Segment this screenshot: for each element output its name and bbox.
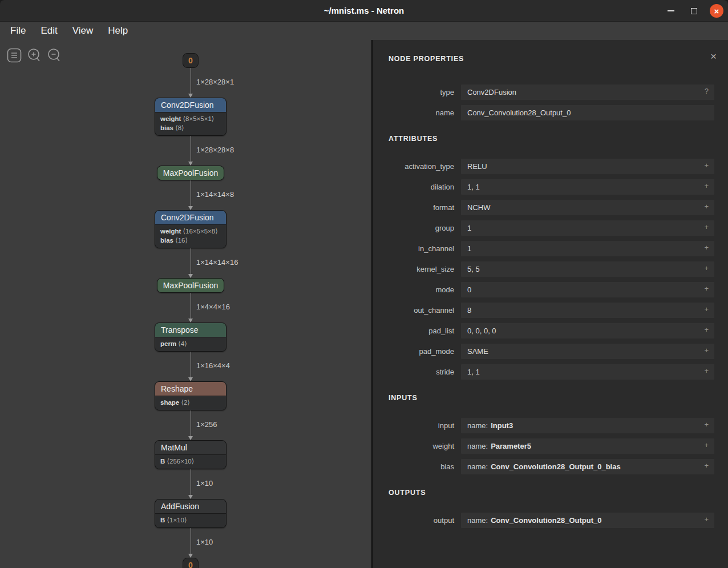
panel-row-name: nameConv_Convolution28_Output_0 <box>373 105 728 120</box>
property-label: weight <box>373 442 454 450</box>
attr-dims: ⟨8⟩ <box>173 124 184 131</box>
property-label: mode <box>373 285 454 294</box>
expand-icon[interactable]: + <box>704 202 709 211</box>
expand-icon[interactable]: + <box>704 243 709 252</box>
property-label: dilation <box>373 183 454 191</box>
zoom-in-icon <box>27 48 42 63</box>
menu-item-view[interactable]: View <box>67 24 99 38</box>
graph-canvas[interactable]: 01×28×28×1Conv2DFusionweight ⟨8×5×5×1⟩bi… <box>0 40 371 568</box>
panel-row-input: inputname:Input3+ <box>373 418 728 433</box>
property-value: Conv_Convolution28_Output_0_bias <box>491 462 621 471</box>
property-label: kernel_size <box>373 265 454 273</box>
edge-shape-label: 1×28×28×8 <box>196 146 234 154</box>
property-label: input <box>373 421 454 430</box>
attr-dims: ⟨4⟩ <box>176 340 187 347</box>
property-value-box: RELU+ <box>461 159 714 174</box>
property-label: type <box>373 88 454 96</box>
graph-toolbar <box>7 48 62 63</box>
edge-arrowhead-icon <box>188 436 193 440</box>
graph-node-conv2dfusion[interactable]: Conv2DFusionweight ⟨16×5×5×8⟩bias ⟨16⟩ <box>155 210 227 248</box>
menu-toggle-button[interactable] <box>7 48 22 63</box>
graph-edge: 1×4×4×16 <box>190 293 191 323</box>
panel-row-pad-mode: pad_modeSAME+ <box>373 344 728 359</box>
node-title: Conv2DFusion <box>155 211 226 224</box>
value-prefix: name: <box>467 462 488 471</box>
graph-edge: 1×10 <box>190 469 191 499</box>
node-attr-weight: weight ⟨8×5×5×1⟩ <box>155 114 226 123</box>
node-attributes: weight ⟨16×5×5×8⟩bias ⟨16⟩ <box>155 224 226 248</box>
attr-dims: ⟨1×10⟩ <box>165 517 187 523</box>
property-value: 1 <box>467 224 471 232</box>
graph-edge: 1×14×14×16 <box>190 248 191 278</box>
zoom-in-button[interactable] <box>27 48 42 63</box>
panel-row-bias: biasname:Conv_Convolution28_Output_0_bia… <box>373 459 728 474</box>
edge-shape-label: 1×14×14×16 <box>196 258 238 267</box>
graph-node-conv2dfusion[interactable]: Conv2DFusionweight ⟨8×5×5×1⟩bias ⟨8⟩ <box>155 98 227 136</box>
expand-icon[interactable]: + <box>704 366 709 375</box>
property-value-box: 1, 1+ <box>461 364 714 380</box>
expand-icon[interactable]: + <box>704 223 709 231</box>
graph-node-addfusion[interactable]: AddFusionB ⟨1×10⟩ <box>155 499 227 528</box>
expand-icon[interactable]: + <box>704 284 709 293</box>
property-value: Conv_Convolution28_Output_0 <box>491 516 601 525</box>
section-title-attributes: ATTRIBUTES <box>389 135 714 143</box>
graph-node-reshape[interactable]: Reshapeshape ⟨2⟩ <box>155 381 227 410</box>
edge-arrowhead-icon <box>188 94 193 98</box>
edge-arrowhead-icon <box>188 206 193 210</box>
menu-bar: FileEditViewHelp <box>0 22 728 40</box>
menu-icon <box>7 48 22 63</box>
expand-icon[interactable]: + <box>704 264 709 272</box>
edge-arrowhead-icon <box>188 319 193 323</box>
expand-icon[interactable]: + <box>704 161 709 170</box>
edge-line <box>191 528 191 554</box>
panel-row-output: outputname:Conv_Convolution28_Output_0+ <box>373 513 728 528</box>
node-title: Transpose <box>155 323 226 337</box>
menu-item-file[interactable]: File <box>5 24 31 38</box>
property-label: format <box>373 203 454 212</box>
node-properties-panel: NODE PROPERTIES × typeConv2DFusion?nameC… <box>371 40 728 568</box>
graph-node-io-0[interactable]: 0 <box>183 53 199 68</box>
menu-item-help[interactable]: Help <box>102 24 134 38</box>
edge-shape-label: 1×10 <box>196 538 213 546</box>
help-icon[interactable]: ? <box>705 87 709 95</box>
expand-icon[interactable]: + <box>704 346 709 355</box>
expand-icon[interactable]: + <box>704 461 709 470</box>
expand-icon[interactable]: + <box>704 182 709 190</box>
property-label: pad_list <box>373 327 454 335</box>
panel-row-out-channel: out_channel8+ <box>373 303 728 318</box>
graph-node-matmul[interactable]: MatMulB ⟨256×10⟩ <box>155 440 227 469</box>
panel-sections: ATTRIBUTESactivation_typeRELU+dilation1,… <box>373 135 728 528</box>
property-value-box: 1, 1+ <box>461 179 714 195</box>
attr-name: shape <box>160 399 179 406</box>
graph-node-maxpoolfusion[interactable]: MaxPoolFusion <box>157 166 225 180</box>
property-value-box: Conv_Convolution28_Output_0 <box>461 105 714 120</box>
section-rows-inputs: inputname:Input3+weightname:Parameter5+b… <box>373 418 728 474</box>
edge-line <box>191 68 191 94</box>
maximize-button[interactable] <box>687 4 701 18</box>
expand-icon[interactable]: + <box>704 441 709 449</box>
minimize-button[interactable] <box>664 4 678 18</box>
node-attributes: perm ⟨4⟩ <box>155 337 226 351</box>
node-attr-shape: shape ⟨2⟩ <box>155 398 226 407</box>
node-title: MaxPoolFusion <box>157 166 224 180</box>
node-attributes: B ⟨1×10⟩ <box>155 513 226 527</box>
property-rows: typeConv2DFusion?nameConv_Convolution28_… <box>373 84 728 120</box>
expand-icon[interactable]: + <box>704 420 709 429</box>
panel-row-dilation: dilation1, 1+ <box>373 179 728 195</box>
graph-node-io-9[interactable]: 0 <box>183 558 199 568</box>
close-button[interactable]: × <box>710 4 723 18</box>
property-label: group <box>373 224 454 232</box>
expand-icon[interactable]: + <box>704 305 709 313</box>
edge-shape-label: 1×10 <box>196 479 213 488</box>
panel-close-button[interactable]: × <box>710 53 717 61</box>
property-value-box: SAME+ <box>461 344 714 359</box>
node-attr-b: B ⟨1×10⟩ <box>155 515 226 525</box>
graph-node-transpose[interactable]: Transposeperm ⟨4⟩ <box>155 323 227 352</box>
expand-icon[interactable]: + <box>704 515 709 523</box>
menu-item-edit[interactable]: Edit <box>35 24 63 38</box>
expand-icon[interactable]: + <box>704 325 709 334</box>
zoom-out-button[interactable] <box>47 48 62 63</box>
edge-arrowhead-icon <box>188 377 193 381</box>
property-value-box: name:Conv_Convolution28_Output_0_bias+ <box>461 459 714 474</box>
graph-node-maxpoolfusion[interactable]: MaxPoolFusion <box>157 278 225 293</box>
